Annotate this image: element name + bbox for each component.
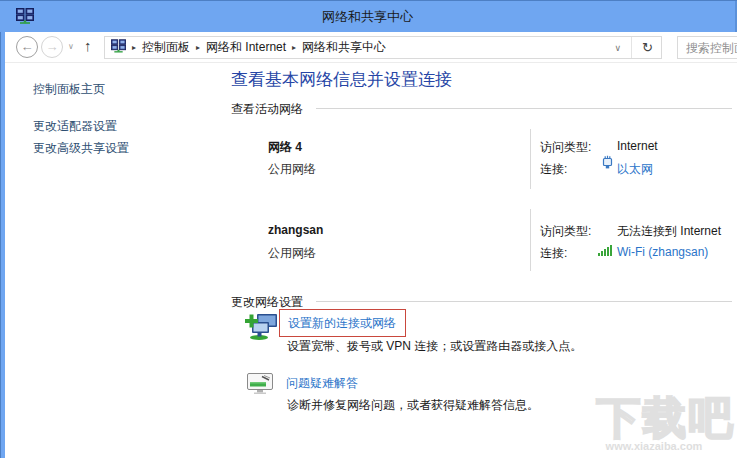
ethernet-icon [602,155,613,173]
troubleshoot-problems-link[interactable]: 问题疑难解答 [286,375,358,392]
network-profile: 公用网络 [268,245,316,262]
troubleshoot-icon [247,373,273,398]
watermark-url: www.xiazaiba.com [594,440,714,452]
sidebar-item-change-advanced-sharing[interactable]: 更改高级共享设置 [33,140,129,157]
page-title: 查看基本网络信息并设置连接 [231,68,452,91]
network-icon [111,39,126,56]
connections-label: 连接: [540,161,567,178]
breadcrumb-separator-icon: ▸ [196,43,200,52]
back-icon: ← [21,39,34,54]
section-divider [316,301,732,302]
ethernet-link[interactable]: 以太网 [617,161,653,178]
address-bar[interactable]: ▸ 控制面板 ▸ 网络和 Internet ▸ 网络和共享中心 ∨ ↻ [104,36,662,59]
section-label-active-networks: 查看活动网络 [231,101,303,118]
forward-icon: → [46,39,59,54]
back-button[interactable]: ← [16,36,38,58]
network-name: 网络 4 [268,139,302,156]
access-type-value: 无法连接到 Internet [617,223,721,240]
wifi-signal-icon [598,242,613,260]
network-profile: 公用网络 [268,161,316,178]
network-row-divider [530,209,531,271]
breadcrumb-network-internet[interactable]: 网络和 Internet [206,39,286,56]
sidebar-item-change-adapter-settings[interactable]: 更改适配器设置 [33,118,117,135]
task-description: 诊断并修复网络问题，或者获得疑难解答信息。 [287,397,539,414]
address-bar-divider [631,37,632,58]
sidebar-item-control-panel-home[interactable]: 控制面板主页 [33,81,105,98]
network-row-divider [530,129,531,189]
refresh-icon[interactable]: ↻ [638,40,657,55]
task-description: 设置宽带、拨号或 VPN 连接；或设置路由器或接入点。 [287,338,582,355]
network-sharing-center-window: 网络和共享中心 ← → ∨ ↑ [0,0,737,458]
titlebar: 网络和共享中心 [0,1,737,32]
section-divider [316,108,732,109]
setup-new-connection-link[interactable]: 设置新的连接或网络 [288,316,396,330]
forward-button[interactable]: → [41,36,63,58]
address-dropdown-icon[interactable]: ∨ [611,43,626,53]
access-type-value: Internet [617,139,658,153]
annotation-highlight-box: 设置新的连接或网络 [279,309,406,337]
window-title: 网络和共享中心 [0,8,735,26]
recent-pages-chevron-icon[interactable]: ∨ [68,42,74,51]
network-name: zhangsan [268,223,323,237]
connections-label: 连接: [540,245,567,262]
breadcrumb-network-sharing-center[interactable]: 网络和共享中心 [302,39,386,56]
access-type-label: 访问类型: [540,139,591,156]
new-connection-icon [245,311,279,345]
search-input[interactable] [677,36,737,59]
window-left-border [0,32,5,458]
breadcrumb-separator-icon: ▸ [132,43,136,52]
wifi-link[interactable]: Wi-Fi (zhangsan) [617,245,708,259]
toolbar: ← → ∨ ↑ ▸ 控制面板 ▸ [5,32,737,63]
breadcrumb-separator-icon: ▸ [292,43,296,52]
up-button[interactable]: ↑ [84,37,92,54]
up-icon: ↑ [84,37,92,54]
access-type-label: 访问类型: [540,223,591,240]
breadcrumb-control-panel[interactable]: 控制面板 [142,39,190,56]
